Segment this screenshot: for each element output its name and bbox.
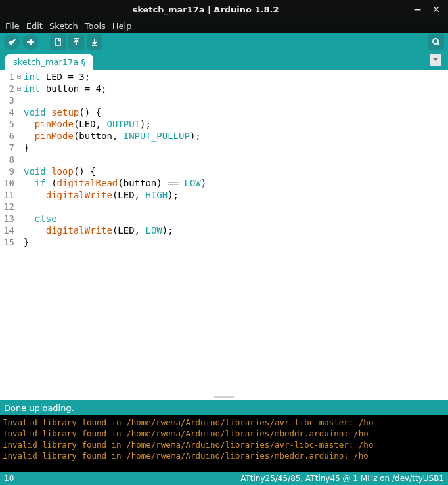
code-editor[interactable]: 123456789101112131415 ⊟⊟ int LED = 3;int… xyxy=(0,70,448,394)
verify-button[interactable] xyxy=(4,34,20,50)
svg-point-3 xyxy=(433,39,438,44)
menu-tools[interactable]: Tools xyxy=(82,20,108,32)
code-area[interactable]: int LED = 3;int button = 4; void setup()… xyxy=(24,70,448,394)
fold-gutter[interactable]: ⊟⊟ xyxy=(17,70,24,394)
cursor-line-number: 10 xyxy=(4,474,14,483)
tabbar: sketch_mar17a § xyxy=(0,51,448,70)
svg-rect-0 xyxy=(55,39,60,45)
bottom-bar: 10 ATtiny25/45/85, ATtiny45 @ 1 MHz on /… xyxy=(0,472,448,485)
close-button[interactable]: ✕ xyxy=(430,3,443,16)
menubar: File Edit Sketch Tools Help xyxy=(0,18,448,33)
serial-monitor-button[interactable] xyxy=(428,34,444,50)
status-bar: Done uploading. xyxy=(0,400,448,415)
status-text: Done uploading. xyxy=(4,403,74,413)
board-port-info: ATtiny25/45/85, ATtiny45 @ 1 MHz on /dev… xyxy=(240,474,444,483)
save-button[interactable] xyxy=(87,34,102,50)
editor-console-splitter[interactable] xyxy=(0,394,448,400)
open-button[interactable] xyxy=(68,34,84,50)
menu-sketch[interactable]: Sketch xyxy=(47,20,81,32)
menu-file[interactable]: File xyxy=(3,20,22,32)
menu-help[interactable]: Help xyxy=(110,20,135,32)
tab-modified-marker: § xyxy=(81,57,85,67)
minimize-button[interactable]: ━ xyxy=(411,3,424,16)
tab-menu-dropdown[interactable] xyxy=(430,54,441,66)
tab-sketch[interactable]: sketch_mar17a § xyxy=(5,54,93,70)
line-number-gutter: 123456789101112131415 xyxy=(0,70,17,394)
tab-label: sketch_mar17a xyxy=(13,57,78,67)
menu-edit[interactable]: Edit xyxy=(24,20,45,32)
new-button[interactable] xyxy=(50,34,66,50)
upload-button[interactable] xyxy=(22,34,38,50)
titlebar: sketch_mar17a | Arduino 1.8.2 ━ ✕ xyxy=(0,0,448,18)
console-output[interactable]: Invalid library found in /home/rwema/Ard… xyxy=(0,415,448,472)
window-title: sketch_mar17a | Arduino 1.8.2 xyxy=(5,5,406,14)
toolbar xyxy=(0,33,448,51)
svg-rect-1 xyxy=(74,38,79,39)
svg-rect-2 xyxy=(92,45,97,46)
